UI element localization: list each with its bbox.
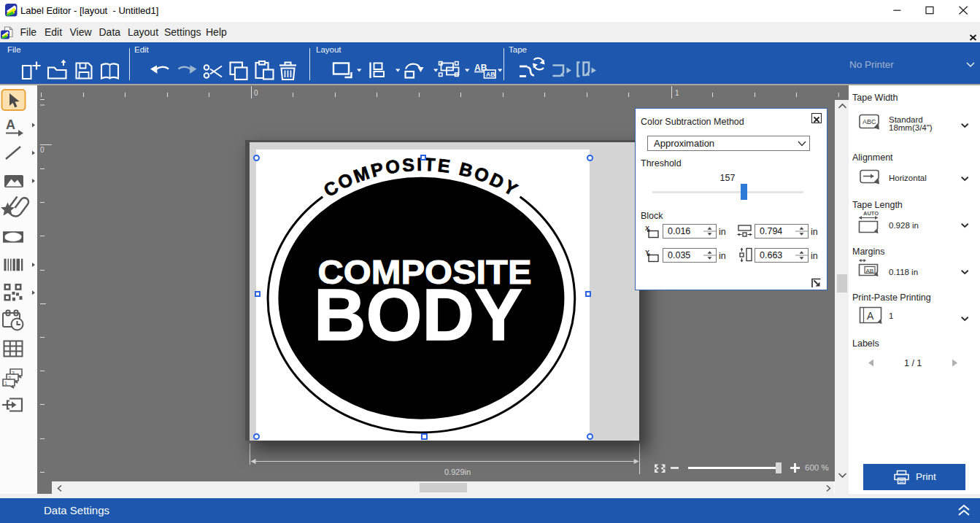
svg-text:600 %: 600 % — [805, 463, 829, 472]
svg-text:A: A — [6, 117, 15, 132]
svg-text:AB: AB — [486, 71, 495, 78]
svg-text:AUTO: AUTO — [863, 210, 879, 217]
svg-text:1: 1 — [4, 381, 7, 386]
svg-text:0: 0 — [254, 89, 258, 97]
svg-text:0.929in: 0.929in — [444, 468, 471, 476]
svg-text:A: A — [867, 310, 874, 322]
svg-text:0: 0 — [40, 146, 45, 154]
svg-text:AB: AB — [866, 268, 874, 274]
svg-text:ABC: ABC — [863, 118, 876, 125]
svg-text:1: 1 — [675, 89, 679, 97]
svg-text:3: 3 — [12, 371, 15, 376]
svg-text:2: 2 — [8, 376, 11, 381]
svg-text:BODY: BODY — [314, 274, 522, 355]
